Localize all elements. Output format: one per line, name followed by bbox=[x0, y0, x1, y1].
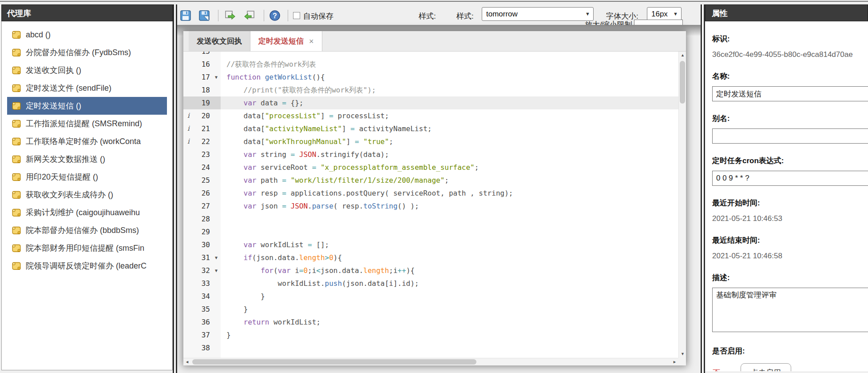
script-scroll-icon bbox=[12, 172, 21, 182]
code-text: var string = JSON.stringify(data); bbox=[221, 148, 678, 161]
tab-label: 定时发送短信 bbox=[258, 31, 304, 52]
editor-tab[interactable]: 发送收文回执 bbox=[189, 31, 250, 51]
name-input[interactable] bbox=[712, 86, 868, 101]
enable-button[interactable]: 点击启用 bbox=[741, 363, 791, 371]
script-scroll-icon bbox=[12, 208, 21, 217]
code-line-16[interactable]: 16//获取符合条件的work列表 bbox=[183, 58, 678, 71]
code-line-21[interactable]: i21 data["activityNameList"] = activityN… bbox=[183, 122, 678, 135]
code-text: data["processList"] = processList; bbox=[221, 109, 678, 122]
enabled-label: 是否启用: bbox=[712, 346, 868, 356]
description-textarea[interactable]: 基础制度管理评审 bbox=[712, 288, 868, 332]
agent-list-item[interactable]: 工作联络单定时催办 (workConta bbox=[7, 132, 167, 150]
agent-list-item[interactable]: 院本部督办短信催办 (bbdbSms) bbox=[7, 221, 167, 239]
code-line-24[interactable]: 24 var serviceRoot = "x_processplatform_… bbox=[183, 161, 678, 174]
alias-input[interactable] bbox=[712, 128, 868, 144]
font-size-select-value: 16px bbox=[651, 10, 668, 18]
code-line-20[interactable]: i20 data["processList"] = processList; bbox=[183, 109, 678, 122]
code-line-33[interactable]: 33 workIdList.push(json.data[i].id); bbox=[183, 277, 678, 290]
code-line-37[interactable]: 37} bbox=[183, 329, 678, 341]
id-label: 标识: bbox=[712, 34, 868, 44]
code-line-35[interactable]: 35 } bbox=[183, 303, 678, 316]
code-line-38[interactable]: 38 bbox=[183, 341, 678, 354]
style-select[interactable]: tomorrow ▼ bbox=[482, 7, 594, 21]
code-line-31[interactable]: 31▼ if(json.data.length>0){ bbox=[183, 251, 678, 264]
line-number: i20 bbox=[183, 109, 221, 122]
code-editor[interactable]: 1516//获取符合条件的work列表17▼function getWorkLi… bbox=[183, 52, 678, 358]
code-line-36[interactable]: 36 return workIdList; bbox=[183, 316, 678, 329]
scroll-left-arrow[interactable]: ◄ bbox=[183, 358, 191, 366]
save-button[interactable] bbox=[180, 10, 191, 21]
code-line-19[interactable]: 19 var data = {}; bbox=[183, 96, 678, 109]
code-line-22[interactable]: i22 data["workThroughManual"] = "true"; bbox=[183, 135, 678, 148]
code-line-34[interactable]: 34 } bbox=[183, 290, 678, 303]
editor-tab[interactable]: 定时发送短信× bbox=[250, 31, 322, 51]
help-button[interactable]: ? bbox=[269, 10, 281, 21]
code-text: } bbox=[221, 329, 678, 341]
autosave-label: 自动保存 bbox=[303, 11, 333, 21]
line-number: 24 bbox=[183, 161, 221, 174]
code-line-23[interactable]: 23 var string = JSON.stringify(data); bbox=[183, 148, 678, 161]
code-line-15[interactable]: 15 bbox=[183, 52, 678, 58]
agent-list-item[interactable]: 工作指派短信提醒 (SMSRemind) bbox=[7, 115, 167, 132]
tab-close-icon[interactable]: × bbox=[309, 37, 314, 45]
font-size-select[interactable]: 16px ▼ bbox=[647, 7, 682, 21]
code-line-29[interactable]: 29 bbox=[183, 225, 678, 238]
line-number: 28 bbox=[183, 213, 221, 225]
code-line-39[interactable]: 39 bbox=[183, 354, 678, 358]
code-text: var path = "work/list/filter/1/size/200/… bbox=[221, 174, 678, 187]
code-line-17[interactable]: 17▼function getWorkList(){ bbox=[183, 71, 678, 84]
right-splitter[interactable] bbox=[701, 4, 705, 373]
script-scroll-icon bbox=[12, 48, 21, 57]
line-number: 15 bbox=[183, 52, 221, 58]
save-icon bbox=[180, 10, 191, 21]
fold-arrow-icon[interactable]: ▼ bbox=[215, 251, 218, 264]
code-line-26[interactable]: 26 var resp = applications.postQuery( se… bbox=[183, 187, 678, 200]
left-splitter[interactable] bbox=[173, 4, 177, 373]
code-line-27[interactable]: 27 var json = JSON.parse( resp.toString(… bbox=[183, 200, 678, 213]
agent-list-item[interactable]: 新网关发文数据推送 () bbox=[7, 150, 167, 168]
code-line-32[interactable]: 32▼ for(var i=0;i<json.data.length;i++){ bbox=[183, 264, 678, 277]
export-button[interactable] bbox=[224, 10, 236, 21]
agent-list-item[interactable]: abcd () bbox=[7, 26, 167, 44]
script-scroll-icon bbox=[12, 83, 21, 93]
scroll-up-arrow[interactable]: ▲ bbox=[679, 52, 686, 59]
agent-list-item[interactable]: 采购计划维护 (caigoujihuaweihu bbox=[7, 204, 167, 221]
code-text: function getWorkList(){ bbox=[221, 71, 678, 84]
properties-body: 标识: 36ce2f0c-4e99-4055-b80c-e9ca814d70ae… bbox=[705, 21, 868, 371]
line-number: 16 bbox=[183, 58, 221, 71]
fold-arrow-icon[interactable]: ▼ bbox=[215, 71, 218, 84]
horizontal-scrollbar[interactable]: ◄ ► bbox=[183, 358, 678, 365]
toolbar-separator bbox=[264, 10, 264, 21]
agent-item-label: 获取收文列表生成待办 () bbox=[26, 189, 113, 200]
agent-list-item[interactable]: 用印20天短信提醒 () bbox=[7, 168, 167, 186]
agent-list-item[interactable]: 获取收文列表生成待办 () bbox=[7, 186, 167, 204]
code-line-18[interactable]: 18 //print("获取符合条件的work列表"); bbox=[183, 84, 678, 96]
agent-list-item[interactable]: 发送收文回执 () bbox=[7, 61, 167, 79]
agent-list-item[interactable]: 院本部财务用印短信提醒 (smsFin bbox=[7, 239, 167, 257]
enabled-status: 否 bbox=[712, 368, 720, 372]
autosave-checkbox[interactable] bbox=[293, 12, 300, 19]
last-start-value: 2021-05-21 10:46:53 bbox=[712, 214, 868, 223]
line-number: 29 bbox=[183, 225, 221, 238]
agent-list-item[interactable]: 院领导调研反馈定时催办 (leaderC bbox=[7, 257, 167, 275]
fold-arrow-icon[interactable]: ▼ bbox=[215, 264, 218, 277]
vertical-scroll-thumb[interactable] bbox=[680, 61, 685, 104]
import-button[interactable] bbox=[244, 10, 255, 21]
scroll-down-arrow[interactable]: ▼ bbox=[679, 350, 686, 358]
code-line-25[interactable]: 25 var path = "work/list/filter/1/size/2… bbox=[183, 174, 678, 187]
properties-title: 属性 bbox=[705, 4, 868, 21]
vertical-scrollbar[interactable]: ▲ ▼ bbox=[678, 52, 686, 358]
agent-list-item[interactable]: 分院督办短信催办 (FydbSms) bbox=[7, 44, 167, 61]
agent-list-item[interactable]: 定时发送短信 () bbox=[7, 97, 167, 115]
code-text: var resp = applications.postQuery( servi… bbox=[221, 187, 678, 200]
cron-input[interactable] bbox=[712, 171, 868, 186]
scroll-right-arrow[interactable]: ► bbox=[671, 358, 678, 366]
agent-item-label: 院本部财务用印短信提醒 (smsFin bbox=[26, 243, 144, 253]
horizontal-scroll-thumb[interactable] bbox=[192, 359, 476, 365]
code-line-28[interactable]: 28 bbox=[183, 213, 678, 225]
save-as-button[interactable] bbox=[198, 10, 210, 21]
agent-list-item[interactable]: 定时发送文件 (sendFile) bbox=[7, 79, 167, 97]
line-number: 37 bbox=[183, 329, 221, 341]
code-line-30[interactable]: 30 var workIdList = []; bbox=[183, 238, 678, 251]
style-select-value: tomorrow bbox=[486, 10, 518, 18]
